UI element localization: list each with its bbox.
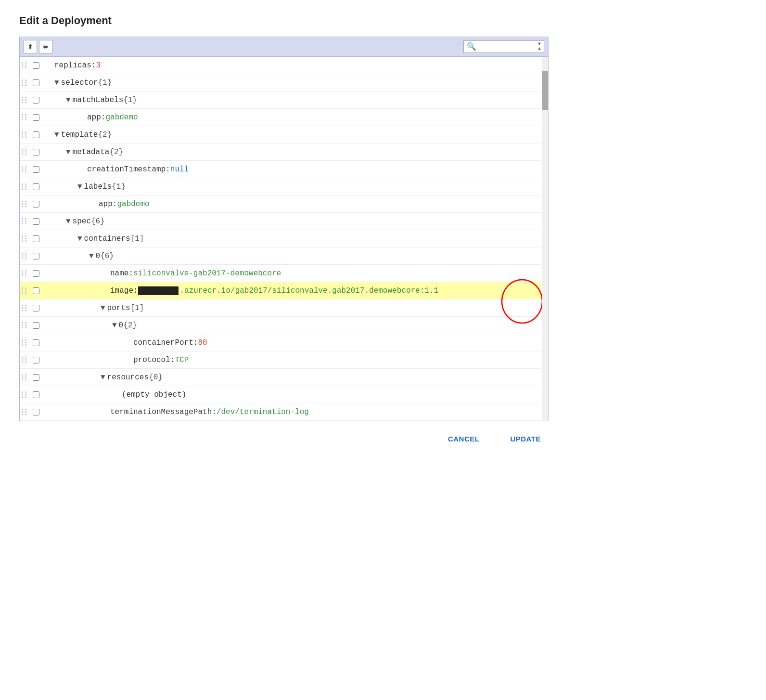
row-checkbox[interactable] — [29, 391, 43, 398]
json-value: gabdemo — [117, 200, 149, 208]
json-key: 0 — [96, 252, 101, 260]
drag-handle[interactable] — [20, 305, 29, 311]
collapse-icon[interactable]: ▼ — [77, 182, 82, 191]
row-checkbox[interactable] — [29, 114, 43, 121]
search-arrows: ▼ ▲ — [538, 42, 541, 52]
row-checkbox[interactable] — [29, 166, 43, 173]
row-checkbox[interactable] — [29, 287, 43, 294]
row-content: (empty object) — [43, 388, 541, 402]
json-bracket: {0} — [149, 373, 163, 382]
table-row: (empty object) — [20, 386, 541, 403]
row-checkbox[interactable] — [29, 149, 43, 156]
collapse-icon[interactable]: ▼ — [54, 130, 59, 139]
row-checkbox[interactable] — [29, 183, 43, 190]
json-bracket: [1] — [130, 234, 144, 243]
json-key: labels — [84, 182, 112, 191]
row-checkbox[interactable] — [29, 357, 43, 363]
drag-handle[interactable] — [20, 166, 29, 172]
row-checkbox[interactable] — [29, 374, 43, 381]
collapse-icon[interactable]: ▼ — [66, 148, 71, 156]
collapse-icon[interactable]: ▼ — [77, 234, 82, 243]
row-checkbox[interactable] — [29, 253, 43, 259]
scrollbar-thumb[interactable] — [542, 71, 548, 110]
collapse-icon[interactable]: ▼ — [89, 252, 94, 260]
scrollbar-track[interactable] — [542, 57, 548, 421]
json-key: replicas — [54, 61, 91, 70]
row-checkbox[interactable] — [29, 218, 43, 225]
json-value: null — [170, 165, 189, 174]
row-content: ▼ 0 {6} — [43, 249, 541, 263]
drag-handle[interactable] — [20, 183, 29, 190]
drag-handle[interactable] — [20, 322, 29, 328]
editor-container: ⬍ ⬌ 🔍 ▼ ▲ replicas : 3 — [19, 37, 549, 421]
table-row: ▼ matchLabels {1} — [20, 91, 541, 109]
json-value: 80 — [198, 338, 207, 347]
json-bracket: {2} — [98, 130, 112, 139]
drag-handle[interactable] — [20, 149, 29, 155]
drag-handle[interactable] — [20, 131, 29, 138]
row-content: ▼ resources {0} — [43, 370, 541, 385]
search-up-arrow[interactable]: ▲ — [538, 47, 541, 52]
drag-handle[interactable] — [20, 114, 29, 120]
row-content: ▼ containers [1] — [43, 232, 541, 246]
row-checkbox[interactable] — [29, 305, 43, 311]
drag-handle[interactable] — [20, 97, 29, 103]
drag-handle[interactable] — [20, 357, 29, 363]
row-checkbox[interactable] — [29, 79, 43, 86]
table-row: ▼ metadata {2} — [20, 143, 541, 161]
row-content: ▼ matchLabels {1} — [43, 93, 541, 107]
drag-handle[interactable] — [20, 218, 29, 224]
page-title: Edit a Deployment — [19, 14, 747, 27]
json-key: selector — [61, 78, 98, 87]
json-key: name — [110, 269, 128, 278]
row-checkbox[interactable] — [29, 235, 43, 242]
drag-handle[interactable] — [20, 374, 29, 380]
table-row: app : gabdemo — [20, 195, 541, 213]
drag-handle[interactable] — [20, 235, 29, 242]
collapse-icon[interactable]: ▼ — [66, 217, 71, 226]
collapse-icon[interactable]: ▼ — [66, 96, 71, 104]
row-checkbox[interactable] — [29, 270, 43, 277]
search-input[interactable] — [478, 43, 536, 51]
drag-handle[interactable] — [20, 253, 29, 259]
drag-handle[interactable] — [20, 201, 29, 207]
drag-handle[interactable] — [20, 339, 29, 346]
update-button[interactable]: UPDATE — [502, 431, 549, 447]
expand-button[interactable]: ⬍ — [24, 40, 37, 53]
row-content: ▼ 0 {2} — [43, 318, 541, 333]
row-checkbox[interactable] — [29, 339, 43, 346]
drag-handle[interactable] — [20, 391, 29, 398]
json-value: .azurecr.io/gab2017/siliconvalve.gab2017… — [179, 286, 438, 295]
row-content: ▼ selector {1} — [43, 76, 541, 90]
json-key: 0 — [119, 321, 124, 330]
row-checkbox[interactable] — [29, 131, 43, 138]
drag-handle[interactable] — [20, 270, 29, 276]
row-checkbox[interactable] — [29, 409, 43, 415]
collapse-icon[interactable]: ▼ — [54, 78, 59, 87]
table-row: name : siliconvalve-gab2017-demowebcore — [20, 265, 541, 282]
collapse-icon[interactable]: ▼ — [101, 373, 105, 382]
drag-handle[interactable] — [20, 287, 29, 294]
cancel-button[interactable]: CANCEL — [440, 431, 487, 447]
row-checkbox[interactable] — [29, 62, 43, 69]
json-value: TCP — [175, 356, 189, 364]
collapse-button[interactable]: ⬌ — [39, 40, 52, 53]
json-key: resources — [107, 373, 149, 382]
drag-handle[interactable] — [20, 62, 29, 68]
table-row: ▼ resources {0} — [20, 369, 541, 386]
row-checkbox[interactable] — [29, 201, 43, 207]
collapse-icon[interactable]: ▼ — [112, 321, 117, 330]
drag-handle[interactable] — [20, 79, 29, 86]
json-bracket: [1] — [130, 304, 144, 312]
row-checkbox[interactable] — [29, 97, 43, 104]
json-key: metadata — [73, 148, 110, 156]
row-checkbox[interactable] — [29, 322, 43, 329]
collapse-icon[interactable]: ▼ — [101, 304, 105, 312]
json-key: (empty object) — [122, 390, 186, 399]
json-bracket: {6} — [91, 217, 105, 226]
json-value: siliconvalve-gab2017-demowebcore — [133, 269, 281, 278]
row-content: containerPort : 80 — [43, 336, 541, 350]
drag-handle[interactable] — [20, 409, 29, 415]
json-bracket: {1} — [123, 96, 137, 104]
row-content: image : ████████ .azurecr.io/gab2017/sil… — [43, 284, 541, 298]
